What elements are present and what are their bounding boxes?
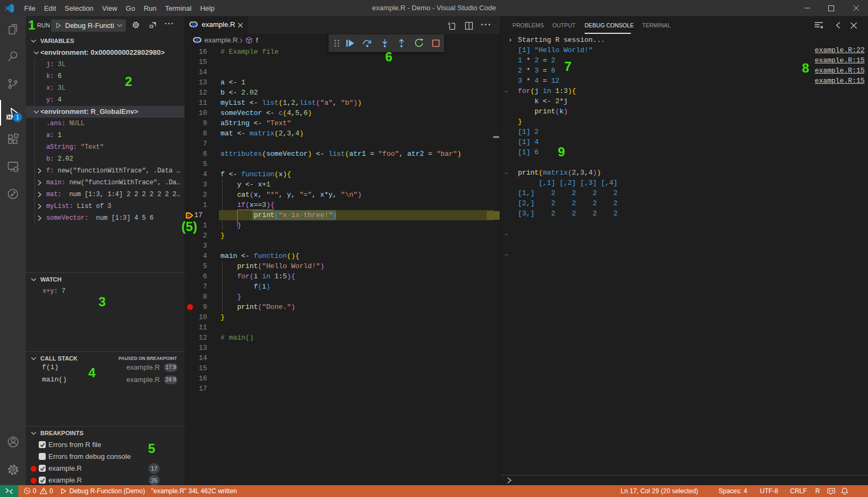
svg-text:R: R	[191, 23, 196, 28]
svg-text:R: R	[195, 38, 200, 44]
